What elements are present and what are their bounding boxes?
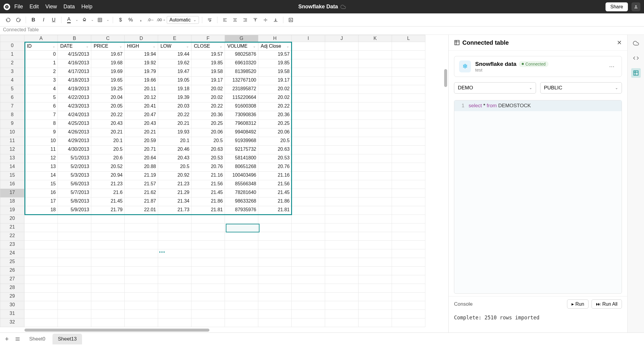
data-cell[interactable]: 4/18/2013 bbox=[58, 77, 91, 85]
empty-cell[interactable] bbox=[158, 241, 191, 249]
empty-cell[interactable] bbox=[292, 293, 325, 301]
empty-cell[interactable] bbox=[325, 249, 359, 258]
empty-cell[interactable] bbox=[392, 77, 425, 85]
row-header-1[interactable]: 1 bbox=[0, 51, 24, 59]
data-cell[interactable]: 73090836 bbox=[225, 111, 258, 120]
data-cell[interactable]: 98025876 bbox=[225, 51, 258, 59]
empty-cell[interactable] bbox=[58, 258, 91, 267]
empty-cell[interactable] bbox=[325, 59, 359, 68]
data-cell[interactable]: 5 bbox=[24, 94, 58, 102]
data-cell[interactable]: 20.12 bbox=[125, 94, 158, 102]
empty-cell[interactable] bbox=[91, 249, 125, 258]
empty-cell[interactable] bbox=[58, 249, 91, 258]
empty-cell[interactable] bbox=[125, 275, 158, 284]
data-cell[interactable]: 85566348 bbox=[225, 180, 258, 189]
empty-cell[interactable] bbox=[325, 111, 359, 120]
empty-cell[interactable] bbox=[191, 275, 225, 284]
row-header-29[interactable]: 29 bbox=[0, 293, 24, 301]
empty-cell[interactable] bbox=[359, 223, 392, 232]
row-header-23[interactable]: 23 bbox=[0, 241, 24, 249]
data-cell[interactable]: 69610320 bbox=[225, 59, 258, 68]
data-cell[interactable]: 20.04 bbox=[91, 94, 125, 102]
data-cell[interactable]: 21.86 bbox=[191, 198, 225, 206]
data-cell[interactable]: 13 bbox=[24, 163, 58, 172]
empty-cell[interactable] bbox=[158, 223, 191, 232]
data-cell[interactable]: 20.6 bbox=[91, 154, 125, 163]
borders-button[interactable] bbox=[95, 15, 104, 24]
data-cell[interactable]: 19.17 bbox=[258, 77, 292, 85]
empty-cell[interactable] bbox=[225, 232, 258, 241]
data-cell[interactable]: 19.92 bbox=[125, 59, 158, 68]
empty-cell[interactable] bbox=[392, 301, 425, 310]
table-header[interactable]: HIGH⌄ bbox=[125, 42, 158, 51]
data-cell[interactable]: 20.02 bbox=[258, 85, 292, 94]
empty-cell[interactable] bbox=[125, 301, 158, 310]
empty-cell[interactable] bbox=[292, 267, 325, 275]
bold-button[interactable]: B bbox=[29, 15, 38, 24]
empty-cell[interactable] bbox=[158, 275, 191, 284]
empty-cell[interactable] bbox=[359, 275, 392, 284]
data-cell[interactable]: 20.11 bbox=[125, 85, 158, 94]
empty-cell[interactable] bbox=[292, 198, 325, 206]
row-header-15[interactable]: 15 bbox=[0, 172, 24, 180]
data-cell[interactable]: 14 bbox=[24, 172, 58, 180]
tab-sheet0[interactable]: Sheet0 bbox=[24, 334, 51, 344]
data-cell[interactable]: 20.02 bbox=[191, 85, 225, 94]
empty-cell[interactable] bbox=[392, 318, 425, 327]
empty-cell[interactable] bbox=[225, 249, 258, 258]
data-cell[interactable]: 20.41 bbox=[125, 102, 158, 111]
empty-cell[interactable] bbox=[158, 301, 191, 310]
empty-cell[interactable] bbox=[225, 275, 258, 284]
empty-cell[interactable] bbox=[325, 310, 359, 318]
data-cell[interactable]: 4/15/2013 bbox=[58, 51, 91, 59]
data-cell[interactable]: 4/19/2013 bbox=[58, 85, 91, 94]
database-select[interactable]: DEMO⌄ bbox=[454, 82, 536, 94]
empty-cell[interactable] bbox=[392, 275, 425, 284]
empty-cell[interactable] bbox=[24, 241, 58, 249]
empty-cell[interactable] bbox=[292, 59, 325, 68]
data-cell[interactable]: 20.22 bbox=[91, 111, 125, 120]
empty-cell[interactable] bbox=[225, 284, 258, 293]
row-header-7[interactable]: 7 bbox=[0, 102, 24, 111]
data-cell[interactable]: 87935976 bbox=[225, 206, 258, 215]
empty-cell[interactable] bbox=[392, 258, 425, 267]
data-cell[interactable]: 19.25 bbox=[91, 85, 125, 94]
empty-cell[interactable] bbox=[58, 223, 91, 232]
italic-button[interactable]: I bbox=[39, 15, 48, 24]
empty-cell[interactable] bbox=[359, 111, 392, 120]
empty-cell[interactable] bbox=[292, 241, 325, 249]
empty-cell[interactable] bbox=[392, 85, 425, 94]
add-sheet-button[interactable]: + bbox=[2, 335, 11, 344]
empty-cell[interactable] bbox=[225, 215, 258, 223]
undo-button[interactable] bbox=[4, 15, 13, 24]
empty-cell[interactable] bbox=[191, 258, 225, 267]
empty-cell[interactable] bbox=[225, 223, 258, 232]
data-cell[interactable]: 21.45 bbox=[258, 189, 292, 198]
empty-cell[interactable] bbox=[292, 51, 325, 59]
empty-cell[interactable] bbox=[392, 102, 425, 111]
empty-cell[interactable] bbox=[392, 206, 425, 215]
empty-cell[interactable] bbox=[325, 68, 359, 77]
empty-cell[interactable] bbox=[292, 146, 325, 154]
empty-cell[interactable] bbox=[359, 249, 392, 258]
empty-cell[interactable] bbox=[258, 232, 292, 241]
empty-cell[interactable] bbox=[292, 215, 325, 223]
empty-cell[interactable] bbox=[325, 128, 359, 137]
empty-cell[interactable] bbox=[359, 102, 392, 111]
data-cell[interactable]: 21.81 bbox=[191, 206, 225, 215]
row-header-18[interactable]: 18 bbox=[0, 198, 24, 206]
empty-cell[interactable] bbox=[125, 232, 158, 241]
empty-cell[interactable] bbox=[392, 215, 425, 223]
data-cell[interactable]: 115220664 bbox=[225, 94, 258, 102]
empty-cell[interactable] bbox=[359, 284, 392, 293]
data-cell[interactable]: 5/6/2013 bbox=[58, 180, 91, 189]
data-cell[interactable]: 19.85 bbox=[191, 59, 225, 68]
col-header-K[interactable]: K bbox=[359, 35, 392, 42]
empty-cell[interactable] bbox=[325, 94, 359, 102]
empty-cell[interactable] bbox=[258, 284, 292, 293]
empty-cell[interactable] bbox=[359, 198, 392, 206]
data-cell[interactable]: 79608312 bbox=[225, 120, 258, 128]
empty-cell[interactable] bbox=[58, 275, 91, 284]
data-cell[interactable]: 19.17 bbox=[191, 77, 225, 85]
col-header-H[interactable]: H bbox=[258, 35, 292, 42]
